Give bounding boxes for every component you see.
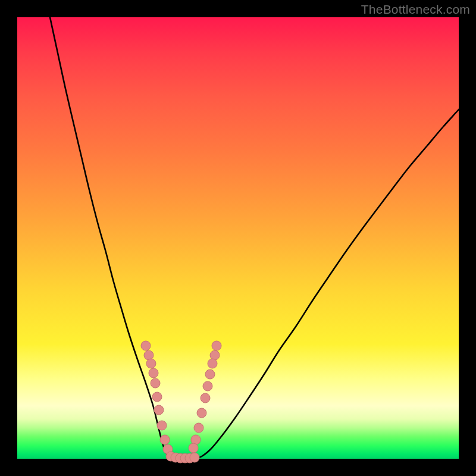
data-point (190, 453, 199, 462)
data-point (203, 381, 212, 391)
bottleneck-plot (17, 17, 459, 459)
watermark-text: TheBottleneck.com (361, 2, 470, 17)
data-point (149, 368, 158, 378)
plot-svg (17, 17, 459, 459)
data-point (160, 435, 170, 444)
data-point (194, 423, 203, 433)
data-point (152, 392, 162, 402)
data-point (144, 350, 154, 360)
data-point (212, 341, 221, 350)
data-point (205, 369, 215, 379)
data-point (157, 421, 167, 430)
curve (195, 109, 459, 459)
chart-frame: TheBottleneck.com (0, 0, 476, 476)
data-point (151, 378, 160, 388)
data-point (189, 443, 198, 453)
data-point (201, 393, 210, 403)
data-point (210, 350, 220, 360)
data-point (191, 435, 201, 444)
data-point (208, 359, 217, 368)
data-point (141, 341, 151, 350)
data-point (197, 408, 206, 418)
data-point (154, 405, 164, 415)
data-point (146, 359, 156, 368)
